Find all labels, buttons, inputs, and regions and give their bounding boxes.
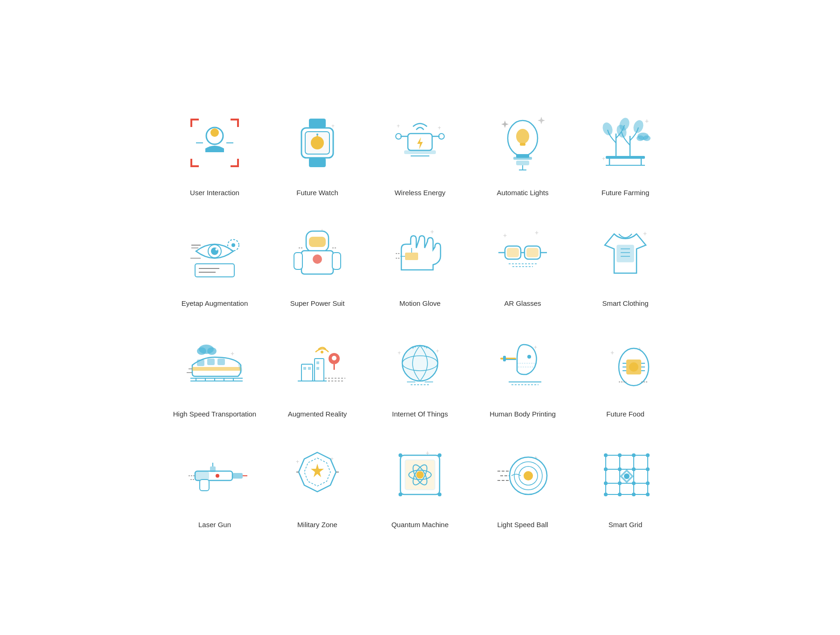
svg-text:+: +: [643, 230, 647, 237]
svg-rect-100: [197, 360, 204, 366]
svg-point-112: [321, 351, 323, 353]
svg-rect-66: [309, 237, 326, 247]
svg-rect-5: [190, 159, 192, 167]
svg-rect-32: [513, 157, 532, 160]
item-eyetap-augmentation: Eyetap Augmentation: [168, 216, 261, 308]
svg-point-162: [216, 474, 219, 478]
svg-point-202: [604, 467, 608, 471]
svg-point-68: [313, 254, 322, 264]
label-internet-of-things: Internet Of Things: [392, 409, 448, 419]
svg-point-200: [632, 453, 636, 457]
item-high-speed-transportation: +: [168, 327, 261, 419]
svg-rect-99: [192, 367, 241, 371]
svg-rect-69: [294, 253, 302, 269]
svg-text:+: +: [436, 348, 439, 354]
svg-point-198: [604, 453, 608, 457]
item-motion-glove: + Motion Glove: [373, 216, 467, 308]
svg-rect-159: [210, 466, 216, 472]
svg-text:+: +: [430, 228, 434, 235]
item-human-body-printing: + Human Body Printing: [476, 327, 569, 419]
svg-point-216: [624, 473, 630, 479]
svg-rect-44: [606, 156, 645, 159]
svg-rect-113: [301, 364, 313, 381]
svg-text:+: +: [438, 125, 441, 131]
item-automatic-lights: Automatic Lights: [476, 106, 569, 198]
icon-quantum-machine: +: [383, 437, 457, 512]
svg-text:+: +: [398, 350, 401, 356]
svg-point-178: [399, 453, 402, 457]
item-military-zone: + + Military Zone: [271, 437, 364, 529]
svg-rect-7: [237, 159, 239, 167]
svg-point-18: [316, 134, 318, 135]
icon-eyetap-augmentation: [177, 216, 252, 291]
svg-rect-13: [309, 158, 326, 167]
icon-future-watch: +: [280, 106, 355, 180]
label-quantum-machine: Quantum Machine: [392, 520, 449, 529]
svg-rect-74: [405, 253, 418, 260]
svg-text:+: +: [231, 350, 234, 357]
svg-rect-101: [207, 359, 215, 365]
icon-future-food: + +: [588, 327, 663, 402]
icon-ar-glasses: + +: [485, 216, 560, 291]
svg-point-49: [637, 135, 644, 141]
icon-automatic-lights: [485, 106, 560, 180]
svg-point-213: [646, 493, 650, 496]
item-future-farming: + + Future Farming: [579, 106, 672, 198]
label-wireless-energy: Wireless Energy: [394, 188, 445, 198]
icon-laser-gun: [177, 437, 252, 512]
svg-point-205: [646, 467, 650, 471]
svg-point-120: [332, 356, 336, 360]
svg-rect-70: [332, 253, 341, 269]
icon-light-speed-ball: +: [485, 437, 560, 512]
svg-rect-35: [516, 161, 529, 165]
icon-wireless-energy: + +: [383, 106, 457, 180]
label-ar-glasses: AR Glasses: [504, 298, 541, 308]
icon-future-farming: + +: [588, 106, 663, 180]
icon-augmented-reality: [280, 327, 355, 402]
item-super-power-suit: + Super Power Suit: [271, 216, 364, 308]
icon-military-zone: + +: [280, 437, 355, 512]
svg-point-180: [399, 493, 402, 496]
svg-rect-59: [195, 264, 234, 277]
svg-rect-34: [520, 143, 525, 146]
label-augmented-reality: Augmented Reality: [288, 409, 347, 419]
svg-rect-1: [190, 119, 192, 127]
label-user-interaction: User Interaction: [190, 188, 239, 198]
item-light-speed-ball: + Light Speed Ball: [476, 437, 569, 529]
item-smart-grid: Smart Grid: [579, 437, 672, 529]
label-human-body-printing: Human Body Printing: [490, 409, 556, 419]
icon-smart-grid: [588, 437, 663, 512]
item-ar-glasses: + + AR Glasses: [476, 216, 569, 308]
svg-point-174: [416, 471, 424, 479]
icon-human-body-printing: +: [485, 327, 560, 402]
label-high-speed-transportation: High Speed Transportation: [173, 409, 256, 419]
svg-rect-102: [217, 359, 225, 365]
svg-rect-158: [232, 473, 243, 479]
svg-point-212: [632, 493, 636, 496]
item-smart-clothing: + Smart Clothing: [579, 216, 672, 308]
svg-rect-86: [507, 248, 519, 257]
svg-point-207: [618, 481, 622, 485]
svg-rect-87: [526, 248, 539, 257]
svg-point-63: [231, 243, 235, 247]
icon-grid: User Interaction: [168, 106, 672, 529]
svg-text:+: +: [503, 232, 507, 239]
svg-point-181: [438, 493, 441, 496]
item-augmented-reality: Augmented Reality: [271, 327, 364, 419]
svg-rect-115: [303, 367, 306, 370]
item-internet-of-things: + + Internet Of Things: [373, 327, 467, 419]
svg-rect-135: [503, 356, 506, 361]
svg-point-211: [618, 493, 622, 496]
svg-point-97: [207, 347, 217, 355]
label-future-farming: Future Farming: [602, 188, 650, 198]
item-wireless-energy: + + Wireless Energy: [373, 106, 467, 198]
svg-rect-3: [237, 119, 239, 127]
svg-point-210: [604, 493, 608, 496]
svg-text:+: +: [535, 229, 539, 236]
icon-motion-glove: +: [383, 216, 457, 291]
svg-rect-161: [200, 480, 209, 491]
svg-point-57: [216, 248, 218, 251]
svg-point-9: [210, 128, 219, 137]
svg-point-43: [632, 119, 645, 134]
svg-point-50: [643, 135, 651, 141]
